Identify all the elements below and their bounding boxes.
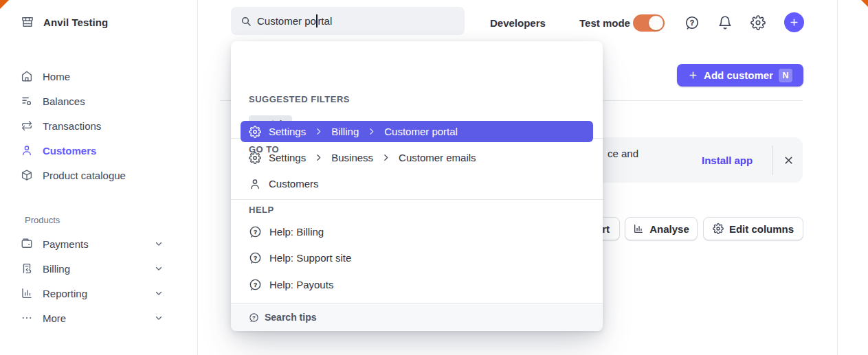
breadcrumb-part: Settings (269, 152, 306, 163)
chevron-right-icon (381, 153, 390, 162)
storefront-icon (21, 15, 34, 29)
add-customer-label: Add customer (704, 69, 773, 81)
gear-icon (249, 126, 261, 138)
sidebar-item-transactions[interactable]: Transactions (0, 113, 197, 138)
account-switcher[interactable]: Anvil Testing (21, 15, 108, 29)
chevron-right-icon (314, 153, 323, 162)
sidebar-item-product-catalogue[interactable]: Product catalogue (0, 163, 197, 187)
search-suggestions-panel: SUGGESTED FILTERS postal: GO TO Settings… (231, 41, 603, 331)
sidebar-section-products: Products (25, 215, 60, 225)
content-right-border (837, 0, 838, 355)
breadcrumb-part: Customer emails (399, 152, 476, 163)
sidebar-item-billing[interactable]: Billing (0, 256, 197, 281)
sidebar-item-label: Home (43, 71, 70, 82)
product-catalogue-icon (21, 169, 33, 181)
breadcrumb-part: Settings (269, 126, 306, 137)
svg-text:?: ? (252, 315, 255, 321)
breadcrumb-part: Customer portal (384, 126, 458, 137)
create-button[interactable] (784, 12, 804, 32)
sidebar-item-home[interactable]: Home (0, 64, 197, 89)
help-icon: ? (249, 312, 259, 323)
keyboard-shortcut-badge: N (779, 69, 792, 82)
search-value: Customer portal (257, 14, 332, 27)
banner-divider (772, 146, 773, 175)
test-mode-toggle[interactable] (633, 14, 665, 32)
chevron-right-icon (367, 127, 376, 136)
svg-text:?: ? (254, 255, 258, 262)
help-icon: ? (249, 251, 262, 264)
install-app-link[interactable]: Install app (702, 154, 753, 166)
sidebar-item-label: Billing (43, 263, 70, 275)
toggle-knob (649, 16, 663, 30)
sidebar-item-more[interactable]: More (0, 306, 197, 330)
gear-icon (713, 223, 724, 234)
primary-nav: Home Balances Transactions Customers Pro… (0, 64, 197, 187)
analyse-label: Analyse (649, 223, 689, 235)
test-mode-corner-flag (861, 0, 868, 7)
sidebar-item-label: Customers (43, 145, 96, 157)
close-icon[interactable] (783, 154, 794, 166)
sidebar-item-customers[interactable]: Customers (0, 138, 197, 163)
sidebar-item-reporting[interactable]: Reporting (0, 281, 197, 306)
result-settings-billing-customer-portal[interactable]: Settings Billing Customer portal (241, 121, 593, 142)
customers-icon (21, 144, 33, 157)
payments-icon (21, 238, 33, 250)
edit-columns-button[interactable]: Edit columns (703, 217, 803, 240)
sidebar: Anvil Testing Home Balances Transactions… (0, 0, 198, 355)
result-help-billing[interactable]: ? Help: Billing (241, 221, 593, 242)
breadcrumb-part: Business (331, 152, 373, 163)
result-help-payouts[interactable]: ? Help: Payouts (241, 274, 593, 295)
sidebar-item-payments[interactable]: Payments (0, 231, 197, 256)
suggested-filters-heading: SUGGESTED FILTERS (249, 94, 350, 104)
panel-divider (231, 199, 603, 200)
help-icon: ? (249, 278, 262, 291)
result-help-support-site[interactable]: ? Help: Support site (241, 247, 593, 268)
settings-icon[interactable] (750, 15, 766, 30)
reporting-icon (21, 287, 33, 299)
add-customer-button[interactable]: Add customer N (677, 64, 803, 87)
sidebar-item-balances[interactable]: Balances (0, 89, 197, 113)
chevron-down-icon[interactable] (155, 289, 167, 297)
search-input[interactable]: Customer portal (231, 7, 465, 35)
help-item-label: Help: Support site (269, 252, 351, 264)
result-settings-business-customer-emails[interactable]: Settings Business Customer emails (241, 147, 593, 168)
breadcrumb-part: Billing (331, 126, 359, 137)
chevron-down-icon[interactable] (155, 314, 167, 322)
sidebar-item-label: Reporting (43, 288, 87, 299)
notifications-icon[interactable] (717, 15, 733, 30)
search-tips-label: Search tips (265, 312, 316, 323)
search-tips-footer[interactable]: ? Search tips (231, 303, 603, 331)
help-icon: ? (249, 225, 262, 238)
balances-icon (21, 95, 33, 107)
gear-icon (249, 152, 261, 164)
analyse-button[interactable]: Analyse (625, 217, 698, 240)
more-icon (21, 312, 33, 324)
sidebar-item-label: Payments (43, 238, 89, 250)
help-heading: HELP (249, 205, 274, 215)
test-mode-corner-flag (0, 0, 9, 9)
chevron-right-icon (314, 127, 323, 136)
breadcrumb-part: Customers (269, 178, 319, 190)
banner-text-fragment: ce and (608, 148, 638, 159)
sidebar-item-label: More (43, 312, 66, 324)
plus-icon (789, 17, 799, 27)
bar-chart-icon (633, 223, 644, 234)
help-item-label: Help: Payouts (269, 279, 333, 290)
help-icon[interactable]: ? (685, 15, 700, 30)
result-customers[interactable]: Customers (241, 173, 593, 194)
developers-link[interactable]: Developers (490, 17, 546, 29)
help-item-label: Help: Billing (269, 226, 324, 238)
chevron-down-icon[interactable] (155, 264, 167, 273)
products-nav: Payments Billing Reporting (0, 231, 197, 330)
customers-icon (249, 178, 261, 190)
svg-text:?: ? (254, 229, 258, 236)
billing-icon (21, 262, 33, 275)
svg-text:?: ? (690, 19, 694, 27)
transactions-icon (21, 119, 33, 132)
search-icon (241, 16, 252, 27)
chevron-down-icon[interactable] (155, 240, 167, 248)
edit-columns-label: Edit columns (729, 223, 794, 235)
sidebar-item-label: Transactions (43, 120, 101, 132)
plus-icon (688, 70, 698, 80)
test-mode-label: Test mode (579, 17, 630, 29)
